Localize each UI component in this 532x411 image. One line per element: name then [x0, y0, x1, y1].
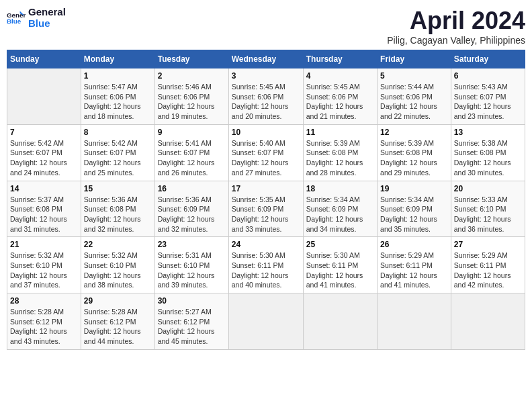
calendar-cell: 25Sunrise: 5:30 AMSunset: 6:11 PMDayligh…	[303, 237, 377, 293]
calendar-cell: 6Sunrise: 5:43 AMSunset: 6:07 PMDaylight…	[451, 68, 525, 125]
calendar-cell: 20Sunrise: 5:33 AMSunset: 6:10 PMDayligh…	[451, 181, 525, 237]
day-number: 30	[158, 296, 226, 306]
day-info: Sunrise: 5:31 AMSunset: 6:10 PMDaylight:…	[158, 250, 226, 290]
day-info: Sunrise: 5:45 AMSunset: 6:06 PMDaylight:…	[306, 82, 374, 122]
day-info: Sunrise: 5:29 AMSunset: 6:11 PMDaylight:…	[380, 250, 448, 290]
calendar-cell: 29Sunrise: 5:28 AMSunset: 6:12 PMDayligh…	[81, 293, 154, 350]
day-number: 25	[306, 240, 374, 249]
day-info: Sunrise: 5:38 AMSunset: 6:08 PMDaylight:…	[454, 138, 522, 178]
weekday-header: Sunday	[7, 50, 81, 68]
day-info: Sunrise: 5:42 AMSunset: 6:07 PMDaylight:…	[10, 138, 78, 178]
weekday-header-row: SundayMondayTuesdayWednesdayThursdayFrid…	[7, 50, 525, 68]
calendar-week-row: 21Sunrise: 5:32 AMSunset: 6:10 PMDayligh…	[7, 237, 525, 293]
day-info: Sunrise: 5:28 AMSunset: 6:12 PMDaylight:…	[84, 307, 152, 347]
day-info: Sunrise: 5:43 AMSunset: 6:07 PMDaylight:…	[454, 82, 522, 122]
calendar-cell: 26Sunrise: 5:29 AMSunset: 6:11 PMDayligh…	[378, 237, 451, 293]
day-info: Sunrise: 5:30 AMSunset: 6:11 PMDaylight:…	[232, 250, 300, 290]
logo: General Blue General Blue	[7, 7, 66, 29]
calendar-table: SundayMondayTuesdayWednesdayThursdayFrid…	[7, 50, 525, 350]
day-info: Sunrise: 5:47 AMSunset: 6:06 PMDaylight:…	[84, 82, 152, 122]
day-number: 26	[380, 240, 448, 249]
day-info: Sunrise: 5:30 AMSunset: 6:11 PMDaylight:…	[306, 250, 374, 290]
day-number: 3	[232, 71, 300, 81]
calendar-cell: 21Sunrise: 5:32 AMSunset: 6:10 PMDayligh…	[7, 237, 81, 293]
logo-general: General	[28, 6, 66, 17]
day-info: Sunrise: 5:28 AMSunset: 6:12 PMDaylight:…	[10, 307, 78, 347]
calendar-week-row: 28Sunrise: 5:28 AMSunset: 6:12 PMDayligh…	[7, 293, 525, 350]
calendar-cell: 22Sunrise: 5:32 AMSunset: 6:10 PMDayligh…	[81, 237, 154, 293]
day-number: 14	[10, 184, 78, 193]
calendar-cell: 18Sunrise: 5:34 AMSunset: 6:09 PMDayligh…	[303, 181, 377, 237]
calendar-cell: 16Sunrise: 5:36 AMSunset: 6:09 PMDayligh…	[154, 181, 228, 237]
day-number: 12	[380, 128, 448, 137]
weekday-header: Wednesday	[228, 50, 303, 68]
day-info: Sunrise: 5:45 AMSunset: 6:06 PMDaylight:…	[232, 82, 300, 122]
calendar-week-row: 14Sunrise: 5:37 AMSunset: 6:08 PMDayligh…	[7, 181, 525, 237]
calendar-cell: 19Sunrise: 5:34 AMSunset: 6:09 PMDayligh…	[378, 181, 451, 237]
calendar-cell: 13Sunrise: 5:38 AMSunset: 6:08 PMDayligh…	[451, 124, 525, 181]
day-number: 6	[454, 71, 522, 81]
calendar-week-row: 7Sunrise: 5:42 AMSunset: 6:07 PMDaylight…	[7, 124, 525, 181]
calendar-cell: 30Sunrise: 5:27 AMSunset: 6:12 PMDayligh…	[154, 293, 228, 350]
calendar-cell: 3Sunrise: 5:45 AMSunset: 6:06 PMDaylight…	[228, 68, 303, 125]
day-number: 23	[158, 240, 226, 249]
calendar-cell: 27Sunrise: 5:29 AMSunset: 6:11 PMDayligh…	[451, 237, 525, 293]
logo-blue: Blue	[28, 17, 50, 29]
day-number: 16	[158, 184, 226, 193]
day-number: 7	[10, 128, 78, 137]
calendar-cell: 14Sunrise: 5:37 AMSunset: 6:08 PMDayligh…	[7, 181, 81, 237]
calendar-cell: 5Sunrise: 5:44 AMSunset: 6:06 PMDaylight…	[378, 68, 451, 125]
calendar-cell: 28Sunrise: 5:28 AMSunset: 6:12 PMDayligh…	[7, 293, 81, 350]
day-number: 28	[10, 296, 78, 306]
day-info: Sunrise: 5:34 AMSunset: 6:09 PMDaylight:…	[306, 195, 374, 234]
day-info: Sunrise: 5:27 AMSunset: 6:12 PMDaylight:…	[158, 307, 226, 347]
day-number: 1	[84, 71, 152, 81]
calendar-cell	[451, 293, 525, 350]
day-number: 4	[306, 71, 374, 81]
day-info: Sunrise: 5:42 AMSunset: 6:07 PMDaylight:…	[84, 138, 152, 178]
day-info: Sunrise: 5:39 AMSunset: 6:08 PMDaylight:…	[306, 138, 374, 178]
day-number: 2	[158, 71, 226, 81]
day-number: 11	[306, 128, 374, 137]
calendar-cell: 4Sunrise: 5:45 AMSunset: 6:06 PMDaylight…	[303, 68, 377, 125]
calendar-cell: 8Sunrise: 5:42 AMSunset: 6:07 PMDaylight…	[81, 124, 154, 181]
day-info: Sunrise: 5:39 AMSunset: 6:08 PMDaylight:…	[380, 138, 448, 178]
calendar-cell: 24Sunrise: 5:30 AMSunset: 6:11 PMDayligh…	[228, 237, 303, 293]
day-info: Sunrise: 5:36 AMSunset: 6:08 PMDaylight:…	[84, 195, 152, 234]
day-info: Sunrise: 5:32 AMSunset: 6:10 PMDaylight:…	[84, 250, 152, 290]
day-info: Sunrise: 5:46 AMSunset: 6:06 PMDaylight:…	[158, 82, 226, 122]
calendar-cell	[303, 293, 377, 350]
day-number: 19	[380, 184, 448, 193]
calendar-cell: 7Sunrise: 5:42 AMSunset: 6:07 PMDaylight…	[7, 124, 81, 181]
day-info: Sunrise: 5:36 AMSunset: 6:09 PMDaylight:…	[158, 195, 226, 234]
weekday-header: Friday	[378, 50, 451, 68]
weekday-header: Thursday	[303, 50, 377, 68]
day-number: 8	[84, 128, 152, 137]
calendar-cell: 23Sunrise: 5:31 AMSunset: 6:10 PMDayligh…	[154, 237, 228, 293]
calendar-cell: 1Sunrise: 5:47 AMSunset: 6:06 PMDaylight…	[81, 68, 154, 125]
day-number: 9	[158, 128, 226, 137]
calendar-cell	[7, 68, 81, 125]
day-number: 27	[454, 240, 522, 249]
day-number: 5	[380, 71, 448, 81]
day-number: 21	[10, 240, 78, 249]
day-number: 22	[84, 240, 152, 249]
day-number: 15	[84, 184, 152, 193]
day-info: Sunrise: 5:44 AMSunset: 6:06 PMDaylight:…	[380, 82, 448, 122]
weekday-header: Monday	[81, 50, 154, 68]
day-info: Sunrise: 5:41 AMSunset: 6:07 PMDaylight:…	[158, 138, 226, 178]
day-info: Sunrise: 5:32 AMSunset: 6:10 PMDaylight:…	[10, 250, 78, 290]
day-number: 18	[306, 184, 374, 193]
calendar-cell	[228, 293, 303, 350]
calendar-cell: 15Sunrise: 5:36 AMSunset: 6:08 PMDayligh…	[81, 181, 154, 237]
day-number: 24	[232, 240, 300, 249]
calendar-cell: 11Sunrise: 5:39 AMSunset: 6:08 PMDayligh…	[303, 124, 377, 181]
page-header: General Blue General Blue April 2024 Pil…	[7, 7, 525, 46]
calendar-cell	[378, 293, 451, 350]
calendar-cell: 2Sunrise: 5:46 AMSunset: 6:06 PMDaylight…	[154, 68, 228, 125]
calendar-title: April 2024	[387, 7, 525, 35]
calendar-cell: 12Sunrise: 5:39 AMSunset: 6:08 PMDayligh…	[378, 124, 451, 181]
svg-text:Blue: Blue	[7, 17, 21, 25]
day-info: Sunrise: 5:29 AMSunset: 6:11 PMDaylight:…	[454, 250, 522, 290]
title-section: April 2024 Pilig, Cagayan Valley, Philip…	[387, 7, 525, 46]
